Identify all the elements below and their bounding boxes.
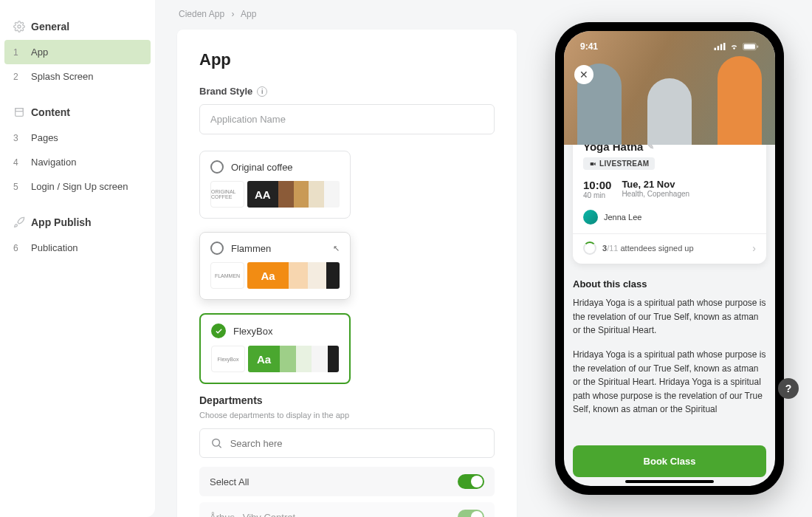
svg-rect-12 <box>591 162 594 165</box>
toggle-switch[interactable] <box>458 510 484 517</box>
svg-rect-7 <box>720 44 723 50</box>
about-paragraph: Hridaya Yoga is a spiritual path whose p… <box>573 348 766 417</box>
application-name-input[interactable] <box>199 104 495 134</box>
sidebar-group-title: App Publish <box>31 216 92 228</box>
sidebar-item-number: 4 <box>13 157 21 168</box>
svg-point-0 <box>18 25 21 28</box>
breadcrumb-leaf: App <box>241 9 256 19</box>
brand-logo-chip: FLAMMEN <box>210 262 244 289</box>
cursor-icon: ↖ <box>333 244 340 253</box>
select-all-label: Select All <box>210 476 249 487</box>
home-indicator <box>625 480 714 483</box>
info-icon[interactable]: i <box>257 86 267 97</box>
department-name: Århus · Viby Centret <box>210 512 295 518</box>
attendees-total: /11 <box>607 244 618 253</box>
sidebar-item-splash[interactable]: 2 Splash Screen <box>0 64 155 89</box>
sidebar: General 1 App 2 Splash Screen Content 3 … <box>0 0 155 517</box>
book-bar: Book Class <box>573 445 766 477</box>
swatch: AA <box>247 181 278 208</box>
breadcrumb-root[interactable]: Cieden App <box>179 9 224 19</box>
sidebar-item-number: 3 <box>13 133 21 143</box>
swatch <box>309 181 324 208</box>
toggle-switch[interactable] <box>458 474 484 489</box>
sidebar-item-login[interactable]: 5 Login / Sign Up screen <box>0 174 155 199</box>
edit-icon[interactable]: ✎ <box>647 145 654 151</box>
theme-card-flexybox[interactable]: FlexyBox FlexyBox Aa <box>199 313 351 384</box>
status-icons <box>714 43 759 51</box>
radio-icon <box>210 160 224 174</box>
sidebar-item-navigation[interactable]: 4 Navigation <box>0 150 155 174</box>
swatch <box>294 181 309 208</box>
time-row: 10:00 40 min Tue, 21 Nov Health, Copenha… <box>583 179 756 199</box>
phone-screen: 9:41 ✕ Yoga Hatha ✎ <box>564 31 775 486</box>
svg-rect-1 <box>16 109 24 117</box>
sidebar-item-app[interactable]: 1 App <box>4 40 151 64</box>
swatch-row: AA <box>247 181 340 208</box>
swatch <box>324 181 340 208</box>
sidebar-item-number: 6 <box>13 243 21 253</box>
swatch: Aa <box>247 262 289 289</box>
swatch <box>308 262 327 289</box>
svg-rect-6 <box>718 46 720 50</box>
check-icon <box>211 323 226 338</box>
battery-icon <box>743 43 759 51</box>
swatch <box>280 346 296 372</box>
department-row[interactable]: Århus · Viby Centret <box>199 502 495 517</box>
status-time: 9:41 <box>580 41 598 52</box>
svg-rect-11 <box>757 45 758 47</box>
select-all-row[interactable]: Select All <box>199 467 495 496</box>
theme-name: Original coffee <box>231 162 293 173</box>
departments-hint: Choose departments to display in the app <box>199 411 495 420</box>
signal-icon <box>714 43 726 50</box>
sidebar-item-number: 1 <box>13 47 21 58</box>
instructor-row[interactable]: Jenna Lee <box>583 210 756 225</box>
progress-ring-icon <box>583 242 596 255</box>
page-title: App <box>199 50 495 69</box>
close-button[interactable]: ✕ <box>574 65 593 84</box>
svg-rect-2 <box>16 109 24 112</box>
department-search-input[interactable] <box>230 438 484 449</box>
attendees-row[interactable]: 3/11 attendees signed up › <box>583 234 756 258</box>
swatch: Aa <box>248 346 280 372</box>
sidebar-group-content: Content <box>0 99 155 126</box>
sidebar-group-general: General <box>0 13 155 40</box>
class-title-row: Yoga Hatha ✎ <box>583 145 756 153</box>
department-search[interactable] <box>199 428 495 458</box>
theme-card-original-coffee[interactable]: Original coffee ORIGINAL COFFEE AA <box>199 151 351 219</box>
svg-rect-8 <box>723 43 726 50</box>
chevron-right-icon: › <box>231 9 234 19</box>
screen-content: Yoga Hatha ✎ LIVESTREAM 10:00 40 min Tue… <box>564 145 775 486</box>
sidebar-item-publication[interactable]: 6 Publication <box>0 236 155 260</box>
sidebar-item-label: Navigation <box>31 157 76 168</box>
themes-grid: Original coffee ORIGINAL COFFEE AA <box>199 151 495 384</box>
sidebar-item-pages[interactable]: 3 Pages <box>0 126 155 150</box>
chevron-right-icon: › <box>752 242 756 254</box>
class-date: Tue, 21 Nov <box>622 179 689 190</box>
swatch <box>278 181 294 208</box>
badge-text: LIVESTREAM <box>599 160 649 168</box>
attendees-tail: attendees signed up <box>618 244 693 253</box>
theme-name: FlexyBox <box>233 326 272 337</box>
departments-label: Departments <box>199 394 495 406</box>
avatar <box>583 210 598 225</box>
sidebar-item-label: Login / Sign Up screen <box>31 181 128 192</box>
content-icon <box>13 106 25 118</box>
sidebar-item-label: Pages <box>31 132 58 143</box>
book-class-button[interactable]: Book Class <box>573 445 766 477</box>
field-label-text: Brand Style <box>199 86 252 97</box>
theme-card-flammen[interactable]: Flammen ↖ FLAMMEN Aa <box>199 232 351 300</box>
rocket-icon <box>13 216 25 228</box>
about-title: About this class <box>573 277 766 292</box>
sidebar-item-label: Publication <box>31 242 78 253</box>
help-button[interactable]: ? <box>778 378 799 399</box>
sidebar-group-title: General <box>31 21 69 32</box>
swatch <box>312 346 328 372</box>
sidebar-group-publish: App Publish <box>0 209 155 236</box>
svg-rect-5 <box>715 48 717 50</box>
svg-line-4 <box>219 445 221 448</box>
brand-logo-chip: FlexyBox <box>211 346 245 372</box>
swatch <box>289 262 308 289</box>
instructor-name: Jenna Lee <box>604 213 641 222</box>
search-icon <box>210 436 223 450</box>
video-icon <box>589 161 596 167</box>
